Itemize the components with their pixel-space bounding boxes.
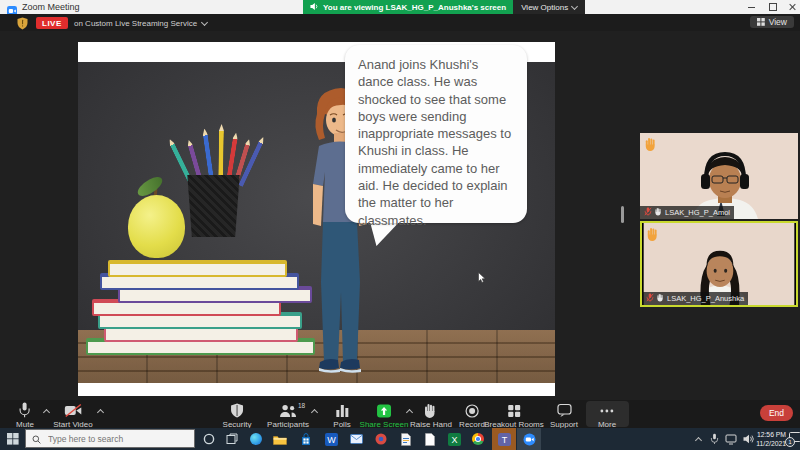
grid-view-icon: [757, 18, 765, 26]
chrome-icon[interactable]: [467, 428, 489, 450]
tray-hidden-icons-button[interactable]: [691, 428, 705, 450]
more-dots-icon: [600, 403, 614, 418]
participants-chevron[interactable]: [311, 409, 318, 416]
chevron-up-icon: [694, 436, 701, 443]
chevron-down-icon: [201, 19, 208, 26]
speech-bubble-text: Anand joins Khushi's dance class. He was…: [345, 45, 527, 240]
raised-hand-icon: [645, 137, 657, 155]
notification-count-badge: 1: [785, 437, 795, 447]
live-badge: LIVE: [36, 17, 68, 29]
camera-off-icon: [64, 403, 82, 418]
raised-hand-icon: [647, 227, 659, 245]
search-input[interactable]: [46, 433, 180, 445]
microphone-icon: [18, 403, 31, 418]
support-icon: [557, 403, 572, 418]
video-panel-handle[interactable]: [621, 206, 624, 223]
view-options-button[interactable]: View Options: [513, 0, 585, 14]
clock-date: 11/2/2021: [750, 439, 786, 448]
word-icon[interactable]: W: [320, 428, 342, 450]
document-app-icon[interactable]: [395, 428, 417, 450]
meeting-toolbar: Mute Start Video Security Participants 1…: [0, 400, 800, 428]
pencil-cup: [185, 175, 242, 237]
participant-video-amol[interactable]: LSAK_HG_P_Amol: [640, 133, 798, 219]
mute-button[interactable]: Mute: [16, 403, 34, 429]
shared-screen-content: Anand joins Khushi's dance class. He was…: [78, 42, 555, 396]
live-service-dropdown[interactable]: on Custom Live Streaming Service: [74, 19, 207, 28]
participant-name: LSAK_HG_P_Amol: [665, 208, 730, 217]
participants-icon: [279, 403, 297, 418]
taskbar-search[interactable]: [25, 429, 195, 448]
teams-icon[interactable]: T: [492, 428, 516, 450]
speech-bubble: Anand joins Khushi's dance class. He was…: [345, 45, 527, 223]
share-banner-message-wrap: You are viewing LSAK_HG_P_Anushka's scre…: [303, 0, 513, 14]
end-meeting-button[interactable]: End: [760, 405, 793, 421]
action-center-button[interactable]: 1: [789, 432, 800, 442]
encryption-shield-icon[interactable]: [17, 16, 28, 34]
breakout-rooms-button[interactable]: Breakout Rooms: [484, 403, 544, 429]
windows-taskbar: W X T: [0, 428, 800, 450]
raise-hand-button[interactable]: Raise Hand: [410, 403, 452, 429]
close-button[interactable]: [784, 0, 800, 14]
participant-video-anushka[interactable]: LSAK_HG_P_Anushka: [640, 221, 798, 307]
start-button[interactable]: [2, 428, 24, 450]
chevron-down-icon: [571, 2, 578, 9]
meeting-info-bar: LIVE on Custom Live Streaming Service Vi…: [0, 14, 800, 31]
participant-name-tag: LSAK_HG_P_Anushka: [642, 292, 748, 305]
shield-icon: [231, 403, 244, 418]
breakout-rooms-icon: [507, 403, 521, 418]
notepad-icon[interactable]: [419, 428, 441, 450]
file-explorer-icon[interactable]: [269, 428, 291, 450]
svg-text:X: X: [451, 435, 457, 445]
minimize-icon: [748, 7, 755, 8]
record-button[interactable]: Record: [459, 403, 485, 429]
svg-text:W: W: [327, 435, 336, 445]
title-bar: Zoom Meeting You are viewing LSAK_HG_P_A…: [0, 0, 800, 15]
svg-text:T: T: [501, 435, 507, 445]
hand-raised-mini-icon: [657, 293, 664, 304]
polls-icon: [335, 403, 349, 418]
share-screen-icon: [376, 403, 391, 418]
photos-app-icon[interactable]: [370, 428, 392, 450]
cortana-icon: [203, 433, 215, 445]
zoom-meeting-window: Zoom Meeting You are viewing LSAK_HG_P_A…: [0, 0, 800, 450]
record-icon: [465, 403, 479, 418]
mouse-cursor: [478, 270, 486, 288]
folder-icon: [273, 434, 287, 445]
share-screen-button[interactable]: Share Screen: [360, 403, 409, 429]
task-view-button[interactable]: [221, 428, 243, 450]
start-video-button[interactable]: Start Video: [53, 403, 92, 429]
support-button[interactable]: Support: [550, 403, 578, 429]
participant-name-tag: LSAK_HG_P_Amol: [640, 206, 734, 219]
screen-share-banner: You are viewing LSAK_HG_P_Anushka's scre…: [303, 0, 585, 14]
share-banner-text: You are viewing LSAK_HG_P_Anushka's scre…: [323, 3, 506, 12]
edge-browser-icon[interactable]: [245, 428, 267, 450]
taskbar-clock[interactable]: 12:56 PM 11/2/2021: [750, 430, 786, 448]
search-icon: [32, 430, 41, 448]
maximize-button[interactable]: [762, 0, 784, 14]
security-button[interactable]: Security: [223, 403, 252, 429]
clock-time: 12:56 PM: [750, 430, 786, 439]
excel-icon[interactable]: X: [443, 428, 465, 450]
zoom-taskbar-icon[interactable]: [517, 428, 541, 450]
book: [108, 260, 287, 277]
microsoft-store-icon[interactable]: [295, 428, 317, 450]
mail-icon[interactable]: [345, 428, 367, 450]
speaker-icon: [310, 2, 319, 13]
task-view-icon: [226, 433, 238, 445]
windows-logo-icon: [7, 433, 19, 445]
cortana-button[interactable]: [198, 428, 220, 450]
hand-raised-mini-icon: [655, 207, 662, 218]
mic-muted-icon: [644, 207, 652, 218]
minimize-button[interactable]: [740, 0, 762, 14]
apple: [128, 195, 185, 258]
close-icon: [788, 3, 796, 11]
view-layout-button[interactable]: View: [750, 16, 794, 28]
tray-network-icon[interactable]: [723, 428, 739, 450]
maximize-icon: [769, 3, 777, 11]
polls-button[interactable]: Polls: [333, 403, 350, 429]
video-options-chevron[interactable]: [97, 409, 104, 416]
mute-options-chevron[interactable]: [43, 409, 50, 416]
more-button[interactable]: More: [598, 403, 616, 429]
mic-muted-icon: [646, 293, 654, 304]
tray-mic-icon[interactable]: [706, 428, 722, 450]
